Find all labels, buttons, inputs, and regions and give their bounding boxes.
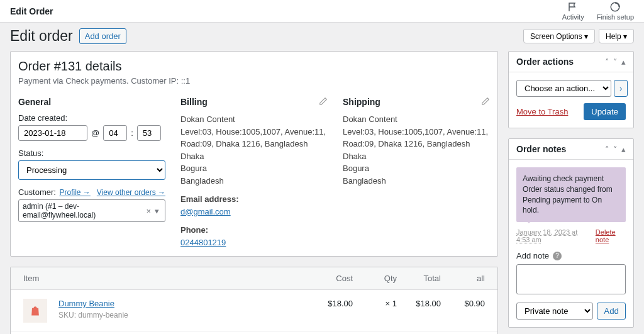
flag-icon xyxy=(567,1,579,13)
add-order-button[interactable]: Add order xyxy=(79,28,126,44)
help-icon[interactable]: ? xyxy=(553,252,562,260)
order-actions-panel: Order actions ˄ ˅ ▴ Choose an action... … xyxy=(508,51,634,128)
product-thumbnail xyxy=(23,299,47,323)
finish-setup-button[interactable]: Finish setup xyxy=(597,1,634,21)
status-label: Status: xyxy=(18,148,165,158)
view-other-orders-link[interactable]: View other orders → xyxy=(97,188,165,197)
pencil-icon xyxy=(481,97,490,106)
bag-icon xyxy=(29,304,42,317)
note-type-select[interactable]: Private note xyxy=(516,303,593,320)
profile-link[interactable]: Profile → xyxy=(59,188,90,197)
update-button[interactable]: Update xyxy=(584,103,626,120)
panel-down-icon[interactable]: ˅ xyxy=(613,57,618,67)
general-column: General Date created: @ : Status: Proces… xyxy=(18,97,165,248)
minute-input[interactable] xyxy=(137,125,161,141)
items-header: Item Cost Qty Total all xyxy=(11,267,497,290)
order-title: Order #131 details xyxy=(18,59,490,74)
order-details-panel: Order #131 details Payment via Check pay… xyxy=(10,51,498,257)
clear-customer-icon[interactable]: × xyxy=(144,206,153,216)
page-header: Edit order Add order Screen Options ▾ He… xyxy=(0,23,644,51)
line-item-row: Dummy Beanie SKU: dummy-beanie $18.00 × … xyxy=(11,290,497,332)
panel-down-icon[interactable]: ˅ xyxy=(613,145,618,154)
panel-up-icon[interactable]: ˄ xyxy=(605,57,609,67)
customer-select[interactable]: admin (#1 – dev-email@flywheel.local) × … xyxy=(18,199,165,222)
chevron-down-icon[interactable]: ▾ xyxy=(153,206,161,216)
hour-input[interactable] xyxy=(103,125,127,141)
page-crumb: Edit Order xyxy=(10,6,53,16)
edit-shipping-icon[interactable] xyxy=(481,97,490,108)
order-action-select[interactable]: Choose an action... xyxy=(516,80,611,97)
customer-label: Customer: xyxy=(18,187,56,197)
shipping-column: Shipping Dokan Content Level:03, House:1… xyxy=(343,97,490,248)
order-notes-panel: Order notes ˄ ˅ ▴ Awaiting check payment… xyxy=(508,138,634,328)
activity-button[interactable]: Activity xyxy=(562,1,584,21)
payment-info: Payment via Check payments. Customer IP:… xyxy=(18,76,490,86)
order-notes-heading: Order notes xyxy=(516,144,566,154)
shipping-heading: Shipping xyxy=(343,97,490,107)
order-actions-heading: Order actions xyxy=(516,57,574,67)
page-title: Edit order xyxy=(10,28,73,45)
progress-icon xyxy=(609,1,621,13)
general-heading: General xyxy=(18,97,165,107)
billing-column: Billing Dokan Content Level:03, House:10… xyxy=(180,97,328,248)
panel-toggle-icon[interactable]: ▴ xyxy=(621,145,626,154)
billing-phone-link[interactable]: 0244801219 xyxy=(180,238,226,247)
move-to-trash-link[interactable]: Move to Trash xyxy=(516,107,568,116)
date-created-label: Date created: xyxy=(18,113,165,123)
billing-email-link[interactable]: d@gmail.com xyxy=(180,207,231,216)
note-timestamp: January 18, 2023 at 4:53 am xyxy=(516,228,592,243)
apply-action-button[interactable]: › xyxy=(614,80,628,97)
product-link[interactable]: Dummy Beanie xyxy=(58,299,114,308)
delete-note-link[interactable]: Delete note xyxy=(596,228,626,243)
help-button[interactable]: Help ▾ xyxy=(599,30,634,43)
status-select[interactable]: Processing xyxy=(18,160,165,180)
edit-billing-icon[interactable] xyxy=(319,97,328,108)
panel-toggle-icon[interactable]: ▴ xyxy=(621,57,626,67)
billing-heading: Billing xyxy=(180,97,328,107)
date-input[interactable] xyxy=(18,125,87,141)
note-textarea[interactable] xyxy=(516,264,626,294)
add-note-button[interactable]: Add xyxy=(597,303,626,320)
pencil-icon xyxy=(319,97,328,106)
order-note: Awaiting check payment Order status chan… xyxy=(516,167,626,222)
top-bar: Edit Order Activity Finish setup xyxy=(0,0,644,23)
screen-options-button[interactable]: Screen Options ▾ xyxy=(523,30,595,43)
order-items-panel: Item Cost Qty Total all Dummy Beanie SKU… xyxy=(10,267,498,334)
panel-up-icon[interactable]: ˄ xyxy=(605,145,609,154)
